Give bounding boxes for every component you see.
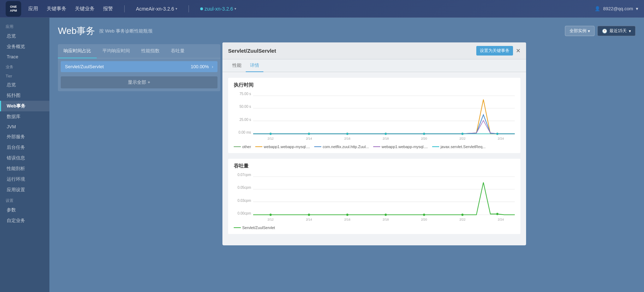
- exec-time-chart-section: 执行时间 75.00 s 50.00 s 25.00 s 0.00 ms: [228, 78, 520, 153]
- nav-divider-2: [189, 5, 189, 12]
- header-actions: 全部实例 ▾ 🕐 最近15天 ▾: [565, 26, 636, 36]
- svg-point-41: [461, 214, 464, 216]
- svg-text:2/20: 2/20: [421, 136, 427, 140]
- throughput-svg: 2/12 2/14 2/16 2/18 2/20 2/22 2/24: [253, 173, 515, 222]
- tab-response-time-ratio[interactable]: 响应时间占比: [58, 44, 97, 58]
- legend-javax-servlet: javax.servlet.ServletReq...: [432, 145, 486, 149]
- svg-text:2/24: 2/24: [498, 136, 504, 140]
- sidebar-item-runtime[interactable]: 运行环境: [0, 174, 49, 185]
- sidebar-item-topology[interactable]: 拓扑图: [0, 90, 49, 101]
- sidebar-item-biz-overview[interactable]: 业务概览: [0, 41, 49, 52]
- sidebar-item-app-settings[interactable]: 应用设置: [0, 185, 49, 195]
- sidebar-item-database[interactable]: 数据库: [0, 111, 49, 122]
- legend-webapp1-mysql2: webapp1.webapp-mysql....: [373, 145, 428, 149]
- svg-point-42: [496, 213, 499, 215]
- servlet-row-zuulservlet[interactable]: Servlet/ZuulServlet 100.00% ›: [61, 61, 217, 72]
- chevron-down-icon-2: ▾: [234, 7, 236, 11]
- svg-text:2/14: 2/14: [306, 136, 312, 140]
- sidebar-item-overview[interactable]: 总览: [0, 31, 49, 41]
- nav-link-key-tasks[interactable]: 关键事务: [47, 6, 66, 12]
- sidebar-item-errors[interactable]: 错误信息: [0, 153, 49, 163]
- detail-body: 执行时间 75.00 s 50.00 s 25.00 s 0.00 ms: [222, 72, 526, 245]
- y-label-005: 0.05cpm: [234, 186, 253, 189]
- show-all-button[interactable]: 显示全部 +: [61, 76, 217, 88]
- sidebar-item-background-tasks[interactable]: 后台任务: [0, 142, 49, 153]
- nav-link-alerts[interactable]: 报警: [103, 6, 113, 12]
- sidebar-item-jvm[interactable]: JVM: [0, 122, 49, 132]
- throughput-y-axis: 0.07cpm 0.05cpm 0.03cpm 0.00cpm: [234, 173, 253, 222]
- sidebar-section-biz: 业务: [0, 62, 49, 71]
- svg-point-20: [346, 133, 348, 135]
- detail-tab-performance[interactable]: 性能: [228, 59, 246, 72]
- page-subtitle: 按 Web 事务诊断性能瓶颈: [99, 28, 153, 34]
- logo: ONEAPM: [6, 1, 21, 17]
- svg-text:2/12: 2/12: [268, 136, 274, 140]
- servlet-percentage: 100.00%: [191, 64, 209, 69]
- detail-tab-details[interactable]: 详情: [246, 59, 263, 72]
- detail-header: Servlet/ZuulServlet 设置为关键事务 ✕: [222, 42, 526, 59]
- svg-text:2/22: 2/22: [459, 136, 465, 140]
- time-filter-button[interactable]: 🕐 最近15天 ▾: [597, 26, 636, 36]
- top-right-user: 👤 8922@qq.com ▾: [595, 6, 638, 11]
- user-chevron-icon: ▾: [636, 6, 638, 11]
- svg-point-40: [423, 214, 425, 216]
- y-label-003: 0.03cpm: [234, 199, 253, 203]
- sidebar-section-settings: 设置: [0, 195, 49, 205]
- y-label-000: 0.00cpm: [234, 211, 253, 215]
- svg-point-18: [270, 133, 272, 135]
- svg-text:2/16: 2/16: [344, 136, 350, 140]
- set-key-transaction-button[interactable]: 设置为关键事务: [476, 46, 513, 56]
- sidebar: 应用 总览 业务概览 Trace 业务 Tier 总览 拓扑图 Web事务 数据…: [0, 18, 49, 292]
- exec-time-chart-wrapper: 75.00 s 50.00 s 25.00 s 0.00 ms: [234, 92, 515, 142]
- exec-time-svg: 2/12 2/14 2/16 2/18 2/20 2/22 2/24: [253, 92, 515, 141]
- legend-webapp1-mysql: webapp1.webapp-mysql....: [255, 145, 310, 149]
- nav-links: 应用 关键事务 关键业务 报警 AcmeAir-xn-3.2.6 ▾ zuul-…: [28, 5, 236, 12]
- legend-color-javax: [432, 146, 439, 147]
- detail-tabs: 性能 详情: [222, 59, 526, 72]
- throughput-chart-wrapper: 0.07cpm 0.05cpm 0.03cpm 0.00cpm: [234, 173, 515, 223]
- dropdown-arrow-icon: ▾: [588, 29, 590, 34]
- legend-color-zuulservlet: [234, 227, 241, 228]
- tab-avg-response-time[interactable]: 平均响应时间: [97, 44, 136, 58]
- legend-label-other: other: [242, 145, 251, 149]
- tabs-body: Servlet/ZuulServlet 100.00% › 显示全部 +: [58, 61, 220, 91]
- tab-throughput[interactable]: 吞吐量: [165, 44, 190, 58]
- svg-text:2/20: 2/20: [421, 217, 427, 221]
- legend-zuul-http: com.netflix.zuul.http.Zuul...: [314, 145, 369, 149]
- legend-label-javax: javax.servlet.ServletReq...: [441, 145, 486, 149]
- sidebar-item-external-services[interactable]: 外部服务: [0, 132, 49, 142]
- sidebar-item-profiling[interactable]: 性能剖析: [0, 163, 49, 174]
- instance-filter-button[interactable]: 全部实例 ▾: [565, 26, 595, 36]
- exec-time-chart-inner: 2/12 2/14 2/16 2/18 2/20 2/22 2/24: [253, 92, 515, 142]
- nav-link-key-biz[interactable]: 关键业务: [75, 6, 95, 12]
- sidebar-item-web-transactions[interactable]: Web事务: [0, 101, 49, 111]
- legend-color-other: [234, 146, 241, 147]
- tab-performance-index[interactable]: 性能指数: [136, 44, 165, 58]
- close-button[interactable]: ✕: [516, 47, 520, 54]
- sidebar-item-params[interactable]: 参数: [0, 205, 49, 215]
- legend-label-zuul: com.netflix.zuul.http.Zuul...: [323, 145, 369, 149]
- page-title: Web事务: [58, 25, 95, 37]
- app-selector-acmeair[interactable]: AcmeAir-xn-3.2.6 ▾: [136, 6, 177, 12]
- sidebar-item-custom-biz[interactable]: 自定业务: [0, 215, 49, 226]
- legend-label-webapp1: webapp1.webapp-mysql....: [264, 145, 310, 149]
- svg-text:2/22: 2/22: [459, 217, 465, 221]
- user-email[interactable]: 8922@qq.com: [603, 6, 633, 11]
- logo-text: ONEAPM: [10, 5, 17, 13]
- svg-text:2/24: 2/24: [498, 217, 504, 221]
- legend-other: other: [234, 145, 251, 149]
- legend-color-webapp1: [255, 146, 262, 147]
- svg-point-19: [308, 133, 310, 135]
- exec-time-y-axis: 75.00 s 50.00 s 25.00 s 0.00 ms: [234, 92, 253, 141]
- legend-color-zuul: [314, 146, 321, 147]
- sidebar-item-trace[interactable]: Trace: [0, 52, 49, 62]
- tabs-panel: 响应时间占比 平均响应时间 性能指数 吞吐量 Servlet/ZuulServl…: [58, 44, 220, 91]
- y-label-25: 25.00 s: [234, 118, 253, 122]
- svg-point-38: [346, 214, 348, 216]
- sidebar-item-tier-overview[interactable]: 总览: [0, 80, 49, 90]
- app-selector-zuul[interactable]: zuul-xn-3.2.6 ▾: [200, 6, 236, 12]
- nav-link-apps[interactable]: 应用: [28, 6, 38, 12]
- svg-point-21: [385, 133, 387, 135]
- svg-text:2/14: 2/14: [306, 217, 312, 221]
- svg-text:2/18: 2/18: [383, 217, 389, 221]
